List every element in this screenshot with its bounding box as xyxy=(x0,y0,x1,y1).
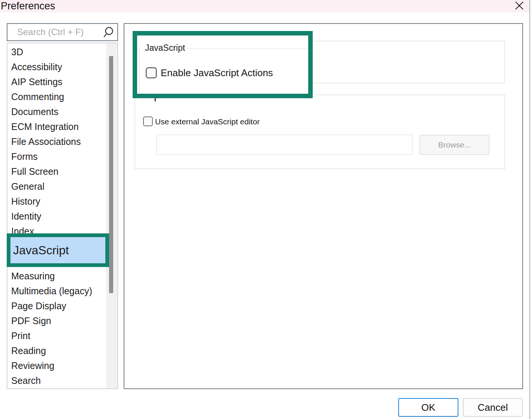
sidebar-item-3d[interactable]: 3D xyxy=(7,44,105,59)
browse-button[interactable]: Browse... xyxy=(420,135,489,155)
search-box xyxy=(7,23,118,41)
enable-javascript-actions-checkbox[interactable] xyxy=(146,67,157,78)
sidebar-item-pdf-sign[interactable]: PDF Sign xyxy=(7,313,105,328)
window-right-edge xyxy=(529,0,530,419)
close-icon[interactable] xyxy=(514,1,524,10)
sidebar-item-ecm-integration[interactable]: ECM Integration xyxy=(7,119,105,134)
search-input[interactable] xyxy=(7,24,101,40)
sidebar-item-multimedia-legacy[interactable]: Multimedia (legacy) xyxy=(7,283,105,298)
ok-button[interactable]: OK xyxy=(398,398,458,417)
settings-panel: Use external JavaScript editor Browse...… xyxy=(124,23,523,389)
use-external-editor-checkbox[interactable] xyxy=(143,117,153,126)
enable-javascript-actions-label: Enable JavaScript Actions xyxy=(161,67,273,78)
sidebar-item-forms[interactable]: Forms xyxy=(7,149,105,164)
scrollbar-track[interactable] xyxy=(106,43,117,388)
title-bar: Preferences xyxy=(0,0,530,12)
annotation-box-sidebar-javascript: JavaScript xyxy=(7,233,109,267)
sidebar-item-history[interactable]: History xyxy=(7,194,105,209)
dialog-title: Preferences xyxy=(1,0,55,12)
sidebar-item-measuring[interactable]: Measuring xyxy=(7,269,105,283)
sidebar-item-identity[interactable]: Identity xyxy=(7,209,105,224)
sidebar-item-page-display[interactable]: Page Display xyxy=(7,298,105,313)
sidebar-item-reading[interactable]: Reading xyxy=(7,343,105,358)
sidebar-item-file-associations[interactable]: File Associations xyxy=(7,134,105,149)
preferences-dialog: Preferences 3D Accessibility AIP Setting… xyxy=(0,0,532,419)
sidebar-item-javascript-selected[interactable]: JavaScript xyxy=(10,237,105,263)
use-external-editor-label: Use external JavaScript editor xyxy=(155,117,260,127)
editor-path-input[interactable] xyxy=(156,134,413,155)
search-icon[interactable] xyxy=(102,26,114,39)
sidebar-item-general[interactable]: General xyxy=(7,179,105,194)
sidebar-item-aip-settings[interactable]: AIP Settings xyxy=(7,74,105,89)
annotation-box-javascript-group: JavaScript Enable JavaScript Actions xyxy=(133,31,313,98)
scrollbar-thumb[interactable] xyxy=(109,56,113,293)
sidebar-item-full-screen[interactable]: Full Screen xyxy=(7,164,105,179)
sidebar-item-print[interactable]: Print xyxy=(7,328,105,343)
javascript-editor-group-box xyxy=(134,94,505,169)
sidebar-item-search[interactable]: Search xyxy=(7,373,105,388)
sidebar-item-javascript-label: JavaScript xyxy=(13,237,69,263)
sidebar-item-reviewing[interactable]: Reviewing xyxy=(7,358,105,373)
sidebar-item-documents[interactable]: Documents xyxy=(7,104,105,119)
javascript-fieldset-legend: JavaScript xyxy=(142,43,188,53)
preferences-category-list: 3D Accessibility AIP Settings Commenting… xyxy=(7,43,118,389)
sidebar-item-commenting[interactable]: Commenting xyxy=(7,89,105,104)
cancel-button[interactable]: Cancel xyxy=(463,398,523,417)
sidebar-item-accessibility[interactable]: Accessibility xyxy=(7,59,105,74)
